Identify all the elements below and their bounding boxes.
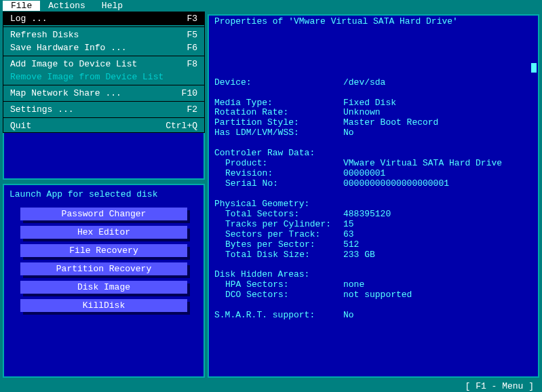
menu-help[interactable]: Help [94, 1, 131, 11]
menu-separator [3, 117, 204, 118]
menu-separator [3, 56, 204, 56]
launch-title: Launch App for selected disk [4, 185, 204, 206]
file-dropdown: Log ... F3 Refresh Disks F5 Save Hardwar… [3, 12, 205, 133]
menu-item-label: Add Image to Device List [10, 59, 137, 69]
menu-item-label: Save Hardware Info ... [10, 43, 127, 53]
file-recovery-button[interactable]: File Recovery [20, 244, 187, 257]
prop-value: Unknown [343, 108, 381, 118]
prop-value: 512 [343, 240, 359, 250]
disk-image-button[interactable]: Disk Image [20, 281, 187, 294]
properties-title: Properties of 'VMware Virtual SATA Hard … [214, 17, 533, 27]
menu-item-log[interactable]: Log ... F3 [3, 12, 204, 25]
menubar: File Actions Help [0, 0, 542, 12]
prop-heading: Physical Geometry: [214, 199, 343, 210]
prop-heading: Controler Raw Data: [214, 149, 343, 159]
menu-item-settings[interactable]: Settings ... F2 [3, 103, 204, 116]
menu-item-shortcut: F8 [187, 59, 197, 69]
menu-item-shortcut: F3 [187, 14, 197, 24]
menu-item-shortcut: Ctrl+Q [166, 121, 197, 131]
menu-item-label: Refresh Disks [10, 30, 79, 40]
prop-label: Sectors per Track: [225, 230, 343, 240]
menu-item-refresh[interactable]: Refresh Disks F5 [3, 28, 204, 41]
menu-item-savehw[interactable]: Save Hardware Info ... F6 [3, 41, 204, 54]
properties-content: Properties of 'VMware Virtual SATA Hard … [209, 16, 538, 376]
menu-separator [3, 101, 204, 102]
partition-recovery-button[interactable]: Partition Recovery [20, 262, 187, 275]
prop-value: 488395120 [343, 210, 391, 220]
prop-value: 233 GB [343, 250, 375, 260]
prop-label: Device: [214, 78, 343, 88]
menu-separator [3, 26, 204, 27]
prop-label: S.M.A.R.T. support: [214, 311, 343, 321]
menu-item-quit[interactable]: Quit Ctrl+Q [3, 119, 204, 132]
menu-item-mapnet[interactable]: Map Network Share ... F10 [3, 87, 204, 100]
prop-value: 15 [343, 220, 354, 230]
menu-item-label: Log ... [10, 14, 47, 24]
prop-label: Revision: [225, 169, 343, 179]
prop-label: Total Disk Size: [225, 250, 343, 260]
prop-value: 00000001 [343, 169, 385, 179]
scrollbar-thumb[interactable] [531, 63, 537, 73]
menu-item-label: Map Network Share ... [10, 88, 121, 98]
prop-label: HPA Sectors: [225, 280, 343, 290]
prop-heading: Disk Hidden Areas: [214, 270, 343, 280]
prop-label: Total Sectors: [225, 210, 343, 220]
menu-actions[interactable]: Actions [40, 1, 94, 11]
prop-value: 63 [343, 230, 354, 240]
menu-item-shortcut: F10 [182, 88, 197, 98]
menu-item-label: Settings ... [10, 104, 74, 115]
password-changer-button[interactable]: Password Changer [20, 208, 187, 220]
hex-editor-button[interactable]: Hex Editor [20, 226, 187, 239]
menu-file[interactable]: File [3, 1, 40, 11]
menu-item-shortcut: F2 [187, 104, 197, 115]
prop-value: VMware Virtual SATA Hard Drive [343, 159, 502, 169]
prop-value: No [343, 311, 354, 321]
prop-label: Bytes per Sector: [225, 240, 343, 250]
menu-separator [3, 85, 204, 85]
prop-value: Master Boot Record [343, 118, 438, 128]
prop-value: Fixed Disk [343, 98, 396, 109]
menu-item-label: Quit [10, 121, 31, 131]
killdisk-button[interactable]: KillDisk [20, 299, 187, 312]
prop-label: Rotation Rate: [214, 108, 343, 118]
menu-item-addimg[interactable]: Add Image to Device List F8 [3, 58, 204, 71]
properties-panel: Properties of 'VMware Virtual SATA Hard … [208, 14, 539, 378]
prop-value: none [343, 280, 364, 290]
prop-label: Has LDM/LVM/WSS: [214, 128, 343, 138]
prop-label: Serial No: [225, 179, 343, 189]
prop-label: Tracks per Cylinder: [225, 220, 343, 230]
prop-value: /dev/sda [343, 78, 385, 88]
menu-item-shortcut: F6 [187, 43, 197, 53]
prop-value: 00000000000000000001 [343, 179, 449, 189]
prop-value: No [343, 128, 354, 138]
prop-label: Media Type: [214, 98, 343, 109]
prop-label: Partition Style: [214, 118, 343, 128]
prop-label: Product: [225, 159, 343, 169]
menu-item-label: Remove Image from Device List [10, 72, 163, 82]
status-bar: [ F1 - Menu ] [0, 380, 542, 392]
status-hint: [ F1 - Menu ] [465, 381, 534, 391]
prop-label: DCO Sectors: [225, 290, 343, 300]
launch-panel: Launch App for selected disk Password Ch… [3, 184, 205, 378]
prop-value: not supported [343, 290, 412, 300]
menu-item-shortcut: F5 [187, 30, 197, 40]
menu-item-rmimg: Remove Image from Device List [3, 71, 204, 83]
